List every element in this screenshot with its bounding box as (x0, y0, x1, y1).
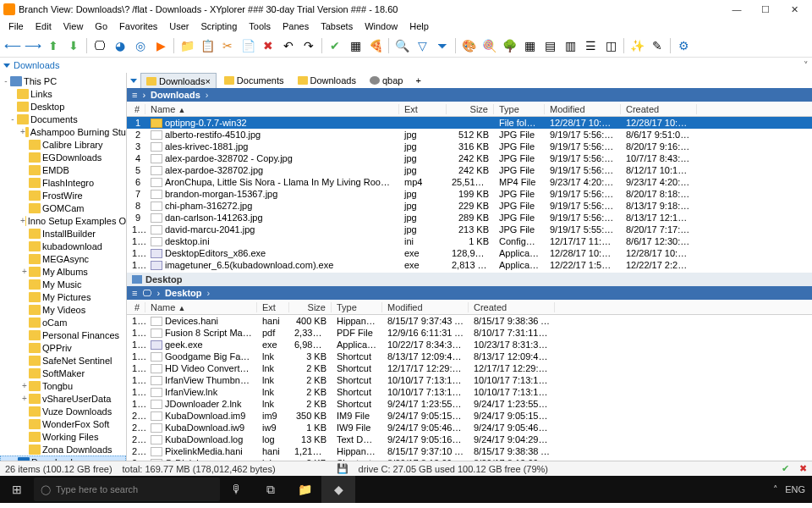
file-row[interactable]: 8chi-pham-316272.jpgjpg229 KBJPG File9/1… (127, 200, 812, 212)
tree-item[interactable]: EMDB (0, 163, 126, 176)
tree-twisty-icon[interactable]: + (20, 394, 29, 403)
pane-top-crumb[interactable]: ≡ › Downloads › (127, 88, 812, 102)
tree-twisty-icon[interactable]: + (20, 216, 25, 225)
file-row[interactable]: 11desktop.iniini1 KBConfigurati…12/17/17… (127, 235, 812, 247)
tree-item[interactable]: InstallBuilder (0, 227, 126, 240)
grid2-icon[interactable]: ▤ (540, 36, 559, 55)
menu-panes[interactable]: Panes (277, 21, 314, 31)
target-icon[interactable]: ◎ (131, 36, 150, 55)
menu-scripting[interactable]: Scripting (196, 21, 243, 31)
file-row[interactable]: 6AronChupa, Little Sis Nora - Llama In M… (127, 176, 812, 188)
monitor-icon[interactable]: 🖵 (91, 36, 109, 55)
pane-top-grid[interactable]: 1optipng-0.7.7-win32File folder12/28/17 … (127, 117, 812, 273)
hamburger-icon[interactable]: ≡ (132, 90, 137, 100)
menu-tools[interactable]: Tools (244, 21, 276, 31)
tree-item[interactable]: My Videos (0, 303, 126, 316)
file-row[interactable]: 3ales-krivec-1881.jpgjpg316 KBJPG File9/… (127, 141, 812, 152)
up-button[interactable]: ⬆ (44, 36, 63, 55)
menu-tabsets[interactable]: Tabsets (315, 21, 358, 31)
col-created[interactable]: Created (469, 302, 555, 312)
crumb-segment[interactable]: Desktop (165, 288, 201, 298)
file-row[interactable]: 1optipng-0.7.7-win32File folder12/28/17 … (127, 117, 812, 129)
pane-bottom-header[interactable]: # Name ▲ Ext Size Type Modified Created (127, 300, 812, 315)
tab[interactable]: Downloads (292, 73, 362, 88)
tab-close-icon[interactable]: × (205, 76, 210, 86)
funnel-icon[interactable]: ⏷ (433, 36, 452, 55)
taskbar-app-1[interactable]: 📁 (288, 476, 321, 503)
search-icon[interactable]: 🔍 (392, 36, 411, 55)
file-row[interactable]: 13Fusion 8 Script Manual.pdfpdf2,330 KBP… (127, 327, 812, 339)
tree-item[interactable]: oCam (0, 316, 126, 329)
col-modified[interactable]: Modified (545, 104, 621, 114)
tree-item[interactable]: WonderFox Soft (0, 417, 126, 430)
taskbar-search[interactable]: ◯ Type here to search (34, 478, 220, 501)
redo-icon[interactable]: ↷ (299, 36, 318, 55)
file-row[interactable]: 18IrfanView.lnklnk2 KBShortcut10/10/17 7… (127, 386, 812, 398)
menu-file[interactable]: File (3, 21, 29, 31)
back-button[interactable]: ⟵ (3, 36, 22, 55)
tree-twisty-icon[interactable]: + (20, 267, 29, 276)
status-ok-icon[interactable]: ✔ (782, 463, 789, 474)
file-row[interactable]: 24Q-Dir.lnklnk2 KBShortcut8/20/17 8:13:0… (127, 457, 812, 461)
tab[interactable]: Downloads × (140, 73, 217, 88)
folder-tree[interactable]: -This PCLinksDesktop-Documents+Ashampoo … (0, 73, 127, 461)
minimize-button[interactable]: — (722, 0, 751, 19)
grid1-icon[interactable]: ▦ (520, 36, 539, 55)
new-tab-button[interactable]: + (410, 75, 425, 86)
tree-item[interactable]: Working Files (0, 430, 126, 443)
col-index[interactable]: # (127, 104, 145, 114)
tree-item[interactable]: My Music (0, 278, 126, 290)
tree-item[interactable]: MEGAsync (0, 252, 126, 265)
maximize-button[interactable]: ☐ (751, 0, 780, 19)
file-row[interactable]: 22KubaDownload.loglog13 KBText Docu…9/24… (127, 433, 812, 445)
file-row[interactable]: 13imagetuner_6.5(kubadownload.com).exeex… (127, 259, 812, 271)
forward-button[interactable]: ⟶ (24, 36, 42, 55)
file-row[interactable]: 12DesktopEditors_x86.exeexe128,962 …Appl… (127, 247, 812, 259)
new-folder-icon[interactable]: 📁 (178, 36, 196, 55)
paste-icon[interactable]: 📄 (239, 36, 257, 55)
col-index[interactable]: # (127, 302, 145, 312)
tree-item[interactable]: +My Albums (0, 265, 126, 278)
panel-icon[interactable]: ◫ (601, 36, 620, 55)
tree-item[interactable]: Links (0, 87, 126, 100)
col-size[interactable]: Size (289, 302, 332, 312)
file-row[interactable]: 20KubaDownload.im9im9350 KBIM9 File9/24/… (127, 410, 812, 422)
down-button[interactable]: ⬇ (64, 36, 83, 55)
task-view-icon[interactable]: ⧉ (254, 476, 288, 503)
tree-item[interactable]: +Inno Setup Examples O (0, 214, 126, 227)
tree-item[interactable]: Zona Downloads (0, 443, 126, 456)
pane-bottom-grid[interactable]: 12Devices.hanihani400 KBHippani An…8/15/… (127, 315, 812, 461)
menu-favorites[interactable]: Favorites (114, 21, 162, 31)
box-icon[interactable]: ▦ (346, 36, 365, 55)
pencil-icon[interactable]: ✎ (648, 36, 667, 55)
close-button[interactable]: ✕ (780, 0, 809, 19)
menu-window[interactable]: Window (359, 21, 403, 31)
tree-item[interactable]: +vShareUserData (0, 392, 126, 405)
mic-icon[interactable]: 🎙 (220, 476, 254, 503)
menu-edit[interactable]: Edit (30, 21, 57, 31)
menu-view[interactable]: View (58, 21, 89, 31)
file-row[interactable]: 19JDownloader 2.lnklnk2 KBShortcut9/24/1… (127, 398, 812, 410)
tree-item[interactable]: +Ashampoo Burning Stu (0, 125, 126, 138)
col-size[interactable]: Size (447, 104, 494, 114)
file-row[interactable]: 9dan-carlson-141263.jpgjpg289 KBJPG File… (127, 212, 812, 224)
tree-item[interactable]: SoftMaker (0, 367, 126, 379)
tree-item[interactable]: Desktop (0, 100, 126, 113)
col-ext[interactable]: Ext (399, 104, 447, 114)
tray-chevron-icon[interactable]: ˄ (773, 484, 778, 495)
crumb-chevron-icon[interactable]: ˅ (804, 60, 809, 71)
col-modified[interactable]: Modified (382, 302, 469, 312)
grid3-icon[interactable]: ▥ (561, 36, 579, 55)
file-row[interactable]: 4alex-pardoe-328702 - Copy.jpgjpg242 KBJ… (127, 152, 812, 164)
leaf-icon[interactable]: 🌳 (500, 36, 518, 55)
col-ext[interactable]: Ext (257, 302, 289, 312)
check-icon[interactable]: ✔ (326, 36, 344, 55)
tree-item[interactable]: -Documents (0, 113, 126, 125)
tree-item[interactable]: Personal Finances (0, 329, 126, 341)
file-row[interactable]: 21KubaDownload.iw9iw91 KBIW9 File9/24/17… (127, 422, 812, 433)
copy-icon[interactable]: 📋 (198, 36, 217, 55)
filter-icon[interactable]: ▽ (413, 36, 431, 55)
tree-item[interactable]: FlashIntegro (0, 176, 126, 189)
tree-item[interactable]: GOMCam (0, 202, 126, 214)
tray-lang[interactable]: ENG (785, 484, 805, 494)
